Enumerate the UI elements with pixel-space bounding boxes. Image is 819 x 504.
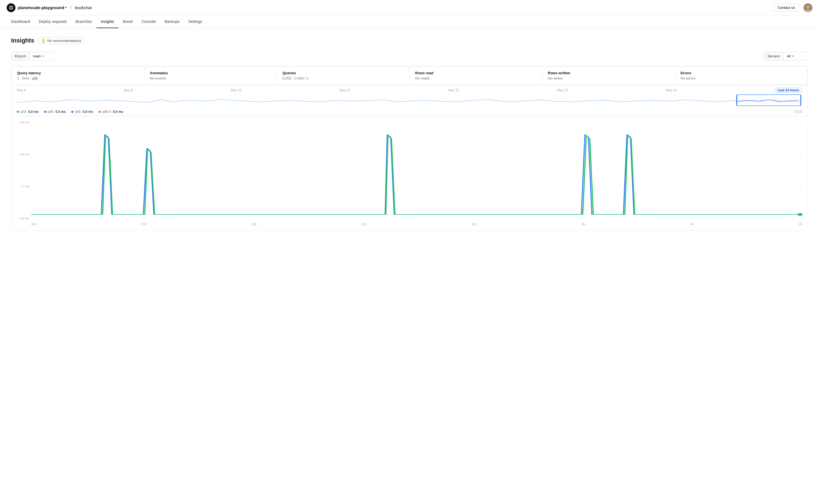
recommendations-label: No recommendations bbox=[47, 39, 81, 43]
y-label-34: 3.4 ms bbox=[17, 153, 29, 156]
nav-item-deploy-requests[interactable]: Deploy requests bbox=[35, 15, 71, 28]
stat-card-query-latency: Query latency 1 - 5ms p95 bbox=[12, 67, 144, 85]
stat-card-anomalies: Anomalies No events bbox=[144, 67, 277, 85]
stat-title-query-latency: Query latency bbox=[17, 71, 139, 75]
stat-value-queries: 0.002 - 0.004 / s bbox=[282, 76, 404, 80]
legend-p99: p99: 0.0 ms bbox=[71, 110, 93, 114]
nav-item-branches[interactable]: Branches bbox=[71, 15, 96, 28]
stat-value-rows-written: No writes bbox=[548, 76, 669, 80]
timeline-last-24h[interactable]: Last 24 hours bbox=[775, 87, 802, 93]
stat-value-rows-read: No reads bbox=[415, 76, 537, 80]
stat-value-query-latency: 1 - 5ms p95 bbox=[17, 76, 139, 80]
svg-point-3 bbox=[806, 5, 810, 9]
legend-p999: p99.9: 0.0 ms bbox=[99, 110, 123, 114]
x-label-15h: 15h bbox=[362, 222, 367, 226]
legend-p50: p50: 0.0 ms bbox=[17, 110, 39, 114]
p999-dot bbox=[99, 111, 101, 113]
nav-item-settings[interactable]: Settings bbox=[184, 15, 207, 28]
branch-value: main bbox=[33, 54, 41, 58]
p999-label: p99.9: bbox=[102, 110, 111, 114]
branch-chevron-icon: ▾ bbox=[42, 54, 44, 58]
servers-select[interactable]: All ▾ bbox=[783, 52, 808, 60]
sparkline-container bbox=[17, 93, 802, 107]
servers-filter-label: Servers bbox=[764, 52, 783, 60]
stat-title-rows-written: Rows written bbox=[548, 71, 669, 75]
stat-card-rows-written: Rows written No writes bbox=[542, 67, 675, 85]
recommendations-badge[interactable]: 💡 No recommendations bbox=[38, 37, 85, 44]
chart-legend: p50: 0.0 ms p95: 0.0 ms p99: 0.0 ms p99.… bbox=[11, 107, 808, 116]
timeline-date-may13: May 13 bbox=[557, 88, 568, 92]
org-name[interactable]: planetscale-playground ▾ bbox=[18, 5, 67, 10]
end-dot bbox=[797, 213, 802, 216]
lightbulb-icon: 💡 bbox=[41, 39, 46, 43]
timeline-date-may8: May 8 bbox=[17, 88, 26, 92]
x-label-6h: 6h bbox=[690, 222, 694, 226]
branch-filter-label: Branch bbox=[11, 52, 29, 60]
servers-value: All bbox=[787, 54, 791, 58]
stats-row: Query latency 1 - 5ms p95 Anomalies No e… bbox=[11, 66, 808, 85]
branch-select[interactable]: main ▾ bbox=[29, 52, 54, 60]
y-label-0: 0.0 ms bbox=[17, 217, 29, 220]
p95-label: p95: bbox=[48, 110, 54, 114]
x-label-9h: 9h bbox=[582, 222, 585, 226]
x-label-24h: 24h bbox=[31, 222, 36, 226]
nav-item-boost[interactable]: Boost bbox=[118, 15, 137, 28]
x-label-21h: 21h bbox=[141, 222, 146, 226]
chart-wrapper: 5.0 ms 3.4 ms 1.7 ms 0.0 ms bbox=[17, 121, 802, 226]
servers-chevron-icon: ▾ bbox=[792, 54, 794, 58]
legend-p95: p95: 0.0 ms bbox=[44, 110, 66, 114]
org-chevron-icon: ▾ bbox=[65, 6, 67, 9]
header-left: planetscale-playground ▾ / bookchat bbox=[7, 3, 92, 12]
nav-item-backups[interactable]: Backups bbox=[160, 15, 184, 28]
stat-card-rows-read: Rows read No reads bbox=[410, 67, 543, 85]
p95-dot bbox=[44, 111, 46, 113]
contact-button[interactable]: Contact us bbox=[774, 4, 799, 12]
timeline-date-may14: May 14 bbox=[666, 88, 677, 92]
nav-item-console[interactable]: Console bbox=[137, 15, 160, 28]
timeline-date-may9: May 9 bbox=[124, 88, 133, 92]
p99-dot bbox=[71, 111, 73, 113]
avatar[interactable] bbox=[804, 3, 812, 12]
logo bbox=[7, 3, 15, 12]
chart-time: 14:20 bbox=[794, 110, 802, 114]
page-header: Insights 💡 No recommendations bbox=[11, 37, 808, 44]
filters-row: Branch main ▾ Servers All ▾ bbox=[11, 52, 808, 60]
page-title: Insights bbox=[11, 37, 34, 44]
chart-area: 24h 21h 18h 15h 12h 9h 6h 3h bbox=[31, 121, 802, 226]
main-chart-container: 5.0 ms 3.4 ms 1.7 ms 0.0 ms bbox=[11, 116, 808, 230]
y-label-5: 5.0 ms bbox=[17, 121, 29, 124]
stat-card-queries: Queries 0.002 - 0.004 / s bbox=[277, 67, 410, 85]
branch-filter-group: Branch main ▾ bbox=[11, 52, 54, 60]
x-axis-labels: 24h 21h 18h 15h 12h 9h 6h 3h bbox=[31, 221, 802, 226]
stat-card-errors: Errors No errors bbox=[675, 67, 808, 85]
p50-value: 0.0 ms bbox=[28, 110, 38, 114]
stat-title-queries: Queries bbox=[282, 71, 404, 75]
sparkline-svg bbox=[17, 94, 802, 106]
x-label-12h: 12h bbox=[472, 222, 477, 226]
page-content: Insights 💡 No recommendations Branch mai… bbox=[0, 28, 819, 239]
stat-badge-p95: p95 bbox=[31, 76, 39, 80]
servers-filter-group: Servers All ▾ bbox=[764, 52, 808, 60]
header-right: Contact us bbox=[774, 3, 812, 12]
stat-title-rows-read: Rows read bbox=[415, 71, 537, 75]
main-chart-svg bbox=[31, 121, 802, 220]
p95-value: 0.0 ms bbox=[55, 110, 66, 114]
svg-rect-5 bbox=[737, 95, 801, 106]
p50-dot bbox=[17, 111, 19, 113]
x-label-3h: 3h bbox=[799, 222, 802, 226]
p99-label: p99: bbox=[75, 110, 81, 114]
timeline-section: May 8 May 9 May 10 May 11 May 12 May 13 … bbox=[11, 85, 808, 107]
header: planetscale-playground ▾ / bookchat Cont… bbox=[0, 0, 819, 15]
timeline-date-may11: May 11 bbox=[339, 88, 350, 92]
p99-value: 0.0 ms bbox=[83, 110, 93, 114]
p50-label: p50: bbox=[20, 110, 27, 114]
insights-panel: Query latency 1 - 5ms p95 Anomalies No e… bbox=[11, 66, 808, 230]
stat-title-errors: Errors bbox=[681, 71, 802, 75]
p999-value: 0.0 ms bbox=[113, 110, 123, 114]
nav-item-dashboard[interactable]: Dashboard bbox=[7, 15, 35, 28]
project-name: bookchat bbox=[75, 5, 92, 10]
stat-title-anomalies: Anomalies bbox=[150, 71, 271, 75]
main-nav: Dashboard Deploy requests Branches Insig… bbox=[0, 15, 819, 28]
stat-value-anomalies: No events bbox=[150, 76, 271, 80]
nav-item-insights[interactable]: Insights bbox=[96, 15, 118, 28]
